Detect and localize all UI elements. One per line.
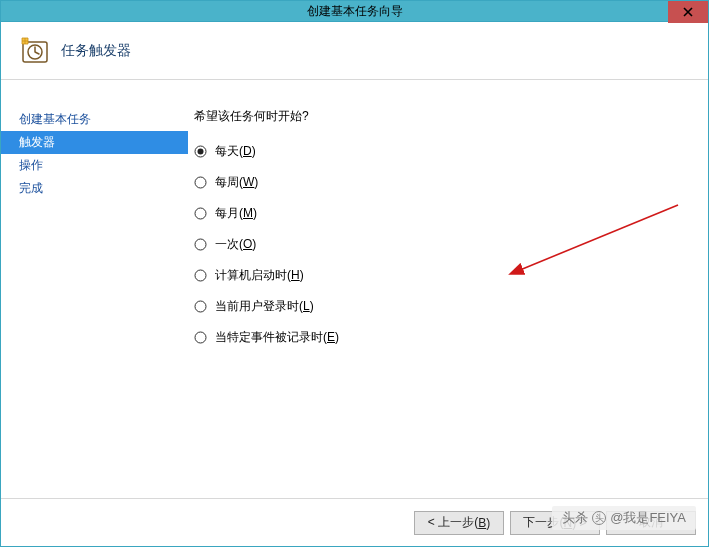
radio-weekly[interactable]: 每周(W): [194, 174, 708, 191]
radio-icon: [194, 331, 207, 344]
back-button[interactable]: < 上一步(B): [414, 511, 504, 535]
radio-at-startup[interactable]: 计算机启动时(H): [194, 267, 708, 284]
wizard-steps-sidebar: 创建基本任务 触发器 操作 完成: [1, 80, 188, 498]
titlebar: 创建基本任务向导: [1, 0, 708, 22]
svg-point-4: [195, 177, 206, 188]
page-title: 任务触发器: [61, 42, 131, 60]
svg-point-7: [195, 270, 206, 281]
task-scheduler-icon: [19, 36, 51, 66]
radio-icon: [194, 300, 207, 313]
watermark-text: @我是FEIYA: [610, 509, 686, 527]
svg-point-3: [198, 149, 204, 155]
wizard-header: 任务触发器: [1, 22, 708, 80]
radio-icon: [194, 238, 207, 251]
svg-point-9: [195, 332, 206, 343]
radio-on-event[interactable]: 当特定事件被记录时(E): [194, 329, 708, 346]
sidebar-item-create-task[interactable]: 创建基本任务: [1, 108, 188, 131]
radio-icon: [194, 207, 207, 220]
trigger-prompt: 希望该任务何时开始?: [194, 108, 708, 125]
radio-icon: [194, 269, 207, 282]
radio-monthly[interactable]: 每月(M): [194, 205, 708, 222]
radio-daily[interactable]: 每天(D): [194, 143, 708, 160]
radio-icon: [194, 145, 207, 158]
svg-point-6: [195, 239, 206, 250]
svg-point-8: [195, 301, 206, 312]
close-icon: [683, 7, 693, 17]
window-title: 创建基本任务向导: [307, 3, 403, 20]
watermark-prefix: 头杀: [562, 509, 588, 527]
radio-once[interactable]: 一次(O): [194, 236, 708, 253]
wizard-window: 创建基本任务向导 任务触发器 创建基本任务 触发器 操作 完成 希望: [0, 0, 709, 547]
svg-point-5: [195, 208, 206, 219]
wizard-body: 创建基本任务 触发器 操作 完成 希望该任务何时开始? 每天(D) 每周(W): [1, 80, 708, 498]
close-button[interactable]: [668, 1, 708, 23]
sidebar-item-finish[interactable]: 完成: [1, 177, 188, 200]
watermark-icon: 头: [592, 511, 606, 525]
sidebar-item-action[interactable]: 操作: [1, 154, 188, 177]
sidebar-item-trigger[interactable]: 触发器: [1, 131, 188, 154]
wizard-main: 希望该任务何时开始? 每天(D) 每周(W) 每月(M): [188, 80, 708, 498]
radio-at-logon[interactable]: 当前用户登录时(L): [194, 298, 708, 315]
radio-icon: [194, 176, 207, 189]
watermark: 头杀 头 @我是FEIYA: [552, 506, 696, 530]
